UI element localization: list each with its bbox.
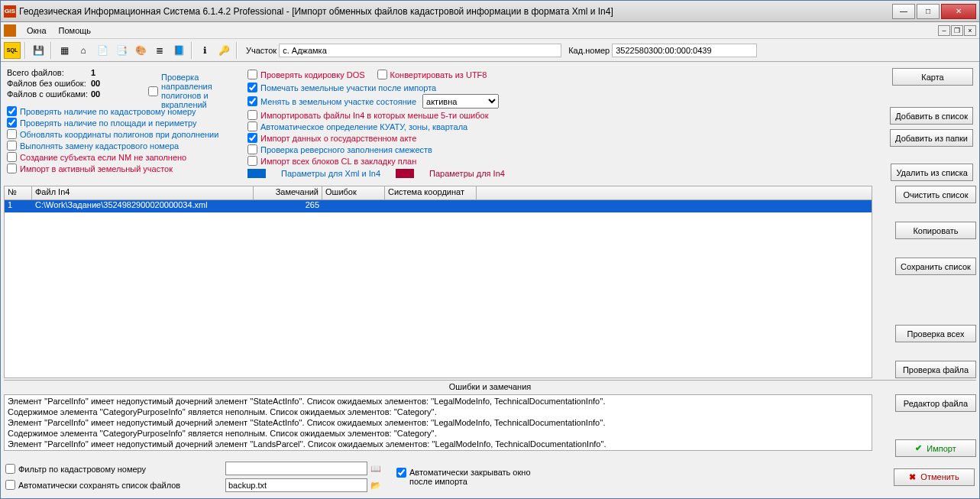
chk-replace-kad[interactable] <box>7 141 17 151</box>
chk-change-state[interactable] <box>247 96 257 106</box>
th-file[interactable]: Файл In4 <box>32 186 254 199</box>
error-line: Элемент ''ParcelInfo'' имеет недопустимы… <box>8 396 868 407</box>
clear-list-button[interactable]: Очистить список <box>895 186 976 203</box>
layers-icon[interactable]: ≣ <box>151 42 168 59</box>
home-icon[interactable]: ⌂ <box>75 42 92 59</box>
kad-label: Кад.номер <box>568 46 610 55</box>
check-file-button[interactable]: Проверка файла <box>895 361 976 378</box>
minimize-button[interactable]: — <box>892 4 915 19</box>
filter-browse-icon[interactable]: 📖 <box>369 462 383 475</box>
add-to-list-button[interactable]: Добавить в список <box>890 107 973 125</box>
docs-icon[interactable]: 📑 <box>113 42 130 59</box>
uchastok-label: Участок <box>246 46 277 55</box>
stat-ok-lbl: Файлов без ошибок: <box>7 79 91 88</box>
delete-from-list-button[interactable]: Удалить из списка <box>891 164 973 181</box>
chk-kad-number[interactable] <box>7 106 17 116</box>
chk-state-act[interactable] <box>247 133 257 143</box>
save-list-button[interactable]: Сохранить список <box>895 258 976 275</box>
uchastok-field[interactable]: с. Аджамка <box>279 44 561 57</box>
legend-swatch-in4 <box>396 169 414 178</box>
key-icon[interactable]: 🔑 <box>215 42 232 59</box>
th-rem[interactable]: Замечаний <box>254 186 322 199</box>
info-icon[interactable]: ℹ <box>196 42 213 59</box>
chk-cl-plan[interactable] <box>247 156 257 166</box>
sql-icon[interactable]: SQL <box>4 42 21 59</box>
book-icon[interactable]: 📘 <box>170 42 187 59</box>
chk-utf8[interactable] <box>377 70 387 79</box>
close-button[interactable]: ✕ <box>941 4 976 19</box>
maximize-button[interactable]: □ <box>917 4 940 19</box>
titlebar: GIS Геодезическая Информационная Система… <box>1 1 979 22</box>
error-line: Элемент ''ParcelInfo'' имеет недопустимы… <box>8 417 868 428</box>
import-button[interactable]: Импорт <box>895 439 976 457</box>
grid-icon[interactable]: ▦ <box>56 42 73 59</box>
window-title: Геодезическая Информационная Система 6.1… <box>19 6 892 17</box>
mdi-restore[interactable]: ❐ <box>951 25 963 36</box>
error-line: Содержимое элемента ''CategoryPurposeInf… <box>8 407 868 417</box>
gis-icon <box>4 24 16 37</box>
chk-polygon-dir[interactable] <box>148 86 158 96</box>
save-icon[interactable]: 💾 <box>30 42 47 59</box>
chk-filter-kad[interactable] <box>5 464 15 474</box>
stat-err-lbl: Файлов с ошибками: <box>7 89 91 99</box>
th-err[interactable]: Ошибок <box>322 186 385 199</box>
palette-icon[interactable]: 🎨 <box>132 42 149 59</box>
add-from-folder-button[interactable]: Добавить из папки <box>890 129 973 147</box>
chk-mark-parcels[interactable] <box>247 83 257 92</box>
chk-area-perimeter[interactable] <box>7 118 17 128</box>
state-select[interactable]: активна <box>422 94 499 109</box>
check-all-button[interactable]: Проверка всех <box>895 325 976 342</box>
chk-import-active[interactable] <box>7 164 17 173</box>
chk-autosave[interactable] <box>5 480 15 490</box>
filter-input[interactable] <box>225 462 367 475</box>
chk-reverse-adj[interactable] <box>247 144 257 154</box>
karta-button[interactable]: Карта <box>892 68 973 86</box>
copy-button[interactable]: Копировать <box>895 222 976 239</box>
chk-import-lt5[interactable] <box>247 110 257 120</box>
editor-button[interactable]: Редактор файла <box>895 394 976 412</box>
legend-xml: Параметры для Xml и In4 <box>281 169 380 178</box>
legend-swatch-xml <box>247 169 266 178</box>
th-n[interactable]: № <box>5 186 32 199</box>
table-row[interactable]: 1C:\Work\Задание\3524982900020000034.xml… <box>5 200 872 212</box>
legend-in4: Параметры для In4 <box>429 169 505 178</box>
chk-create-subject[interactable] <box>7 152 17 162</box>
doc-icon[interactable]: 📄 <box>94 42 111 59</box>
menu-pomosh[interactable]: Помощь <box>53 24 98 37</box>
error-line: Содержимое элемента ''CategoryPurposeInf… <box>8 428 868 439</box>
chk-update-coords[interactable] <box>7 129 17 139</box>
mdi-minimize[interactable]: – <box>938 25 950 36</box>
mdi-close[interactable]: × <box>964 25 976 36</box>
menu-okna[interactable]: Окна <box>21 24 53 37</box>
error-line: Элемент ''ParcelInfo'' имеет недопустимы… <box>8 439 868 449</box>
th-cs[interactable]: Система координат <box>385 186 477 199</box>
stat-err-val: 00 <box>91 89 100 99</box>
kad-field[interactable]: 3522580300:00:000:0439 <box>612 44 757 57</box>
folder-open-icon[interactable]: 📂 <box>369 478 383 492</box>
backup-input[interactable] <box>225 478 367 492</box>
chk-dos[interactable] <box>247 70 257 79</box>
stat-total-lbl: Всего файлов: <box>7 68 91 77</box>
chk-auto-kuatu[interactable] <box>247 122 257 131</box>
chk-autoclose[interactable] <box>396 468 406 478</box>
toolbar: SQL 💾 ▦ ⌂ 📄 📑 🎨 ≣ 📘 ℹ 🔑 Участок с. Аджам… <box>1 39 979 62</box>
app-icon: GIS <box>4 5 16 18</box>
stat-ok-val: 00 <box>91 79 100 88</box>
errors-box[interactable]: Элемент ''ParcelInfo'' имеет недопустимы… <box>4 394 872 451</box>
stat-total-val: 1 <box>91 68 95 77</box>
menubar: Окна Помощь – ❐ × <box>1 22 979 39</box>
errors-title: Ошибки и замечания <box>4 380 976 393</box>
files-table: № Файл In4 Замечаний Ошибок Система коор… <box>4 186 872 378</box>
cancel-button[interactable]: Отменить <box>894 468 975 486</box>
